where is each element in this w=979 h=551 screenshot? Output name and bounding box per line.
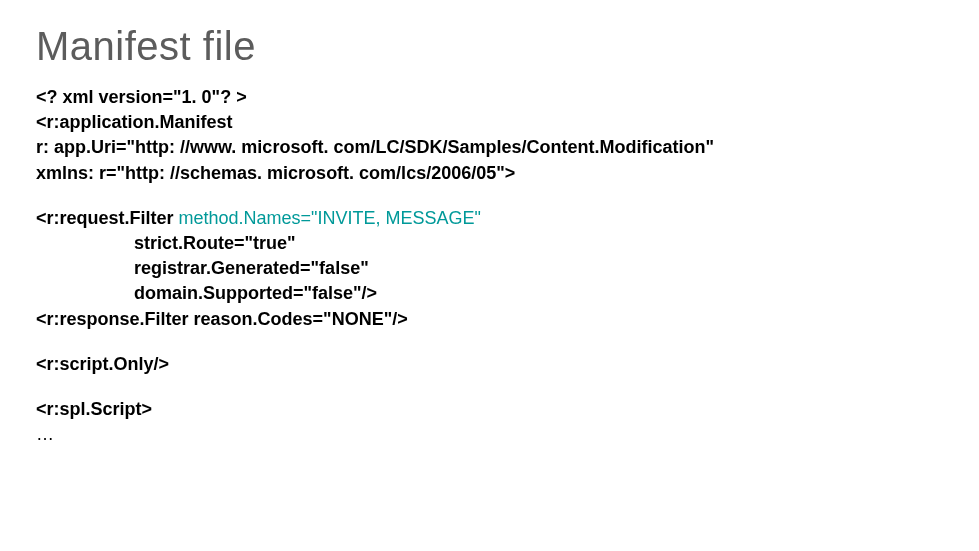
code-fragment: <r:request.Filter [36,208,179,228]
code-line: <r:spl.Script> [36,397,943,422]
code-line: strict.Route="true" [36,231,943,256]
code-line: r: app.Uri="http: //www. microsoft. com/… [36,135,943,160]
code-line: registrar.Generated="false" [36,256,943,281]
code-line: … [36,422,943,447]
page-title: Manifest file [36,24,943,69]
code-line: <r:response.Filter reason.Codes="NONE"/> [36,307,943,332]
code-line: domain.Supported="false"/> [36,281,943,306]
code-line: <? xml version="1. 0"? > [36,85,943,110]
code-line: <r:script.Only/> [36,352,943,377]
highlighted-fragment: method.Names="INVITE, MESSAGE" [179,208,481,228]
code-line: <r:application.Manifest [36,110,943,135]
code-line: <r:request.Filter method.Names="INVITE, … [36,206,943,231]
code-block: <? xml version="1. 0"? > <r:application.… [36,85,943,447]
code-line: xmlns: r="http: //schemas. microsoft. co… [36,161,943,186]
